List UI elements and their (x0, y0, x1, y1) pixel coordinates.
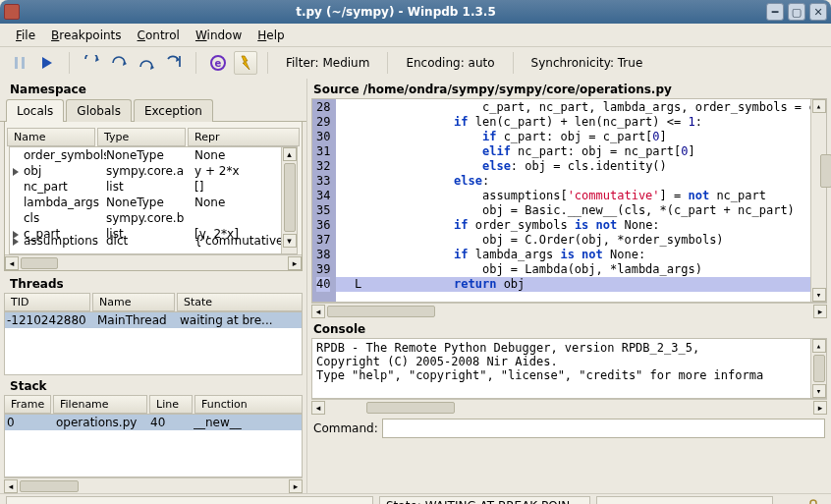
svg-marker-2 (42, 57, 52, 69)
command-input[interactable] (382, 419, 825, 438)
synchronicity-label[interactable]: Synchronicity: True (524, 56, 651, 70)
namespace-vscroll[interactable]: ▴ ▾ (281, 147, 297, 253)
scroll-right-icon[interactable]: ▸ (813, 401, 827, 415)
col-repr[interactable]: Repr (188, 128, 300, 146)
close-button[interactable]: ✕ (809, 3, 827, 21)
filter-label[interactable]: Filter: Medium (278, 56, 377, 70)
col-line[interactable]: Line (149, 395, 193, 414)
col-name[interactable]: Name (7, 128, 95, 146)
toolbar: e Filter: Medium Encoding: auto Synchron… (0, 47, 831, 79)
encoding-label[interactable]: Encoding: auto (398, 56, 502, 70)
source-vscroll[interactable]: ▴ ▾ (810, 99, 826, 302)
step-into-button[interactable] (80, 51, 103, 75)
tab-exception[interactable]: Exception (134, 99, 213, 122)
namespace-title: Namespace (0, 79, 306, 98)
col-type[interactable]: Type (97, 128, 186, 146)
exception-button[interactable]: e (206, 51, 230, 75)
source-code[interactable]: c_part, nc_part, lambda_args, order_symb… (336, 99, 826, 302)
thread-row[interactable]: -1210242880 MainThread waiting at bre... (5, 312, 302, 328)
menu-bar: File Breakpoints Control Window Help (0, 24, 831, 47)
stack-row[interactable]: 0 operations.py 40 __new__ (5, 415, 302, 430)
namespace-tabs: Locals Globals Exception (0, 98, 306, 122)
status-blank2 (596, 496, 773, 504)
source-gutter: 28293031323334353637383940 (312, 99, 336, 302)
scroll-up-icon[interactable]: ▴ (812, 99, 826, 113)
col-filename[interactable]: Filename (53, 395, 147, 414)
namespace-row[interactable]: assumptionsdict{'commutative' (10, 233, 297, 249)
col-tid[interactable]: TID (4, 293, 90, 311)
svg-rect-0 (15, 57, 18, 69)
namespace-hscroll[interactable]: ◂ ▸ (5, 254, 302, 270)
col-thread-name[interactable]: Name (92, 293, 175, 311)
window-title: t.py (~/sympy) - Winpdb 1.3.5 (26, 5, 766, 19)
step-over-button[interactable] (107, 51, 131, 75)
source-hscroll[interactable]: ◂ ▸ (311, 303, 827, 318)
scroll-up-icon[interactable]: ▴ (283, 147, 297, 161)
col-thread-state[interactable]: State (177, 293, 303, 311)
scroll-left-icon[interactable]: ◂ (311, 401, 325, 415)
menu-control[interactable]: Control (130, 27, 188, 44)
col-frame[interactable]: Frame (4, 395, 51, 414)
stack-list[interactable]: 0 operations.py 40 __new__ (4, 414, 303, 477)
namespace-row[interactable]: lambda_argsNoneTypeNone (10, 195, 297, 210)
step-out-button[interactable] (135, 51, 158, 75)
namespace-row[interactable]: order_symbolsNoneTypeNone (10, 147, 297, 163)
tab-locals[interactable]: Locals (6, 99, 64, 122)
status-bar: State: WAITING AT BREAK POIN (0, 493, 831, 504)
scroll-down-icon[interactable]: ▾ (812, 288, 826, 302)
go-button[interactable] (35, 51, 59, 75)
scroll-up-icon[interactable]: ▴ (812, 339, 826, 353)
scroll-left-icon[interactable]: ◂ (5, 256, 19, 270)
console-hscroll[interactable]: ◂ ▸ (311, 399, 827, 415)
menu-help[interactable]: Help (249, 27, 292, 44)
scroll-right-icon[interactable]: ▸ (813, 305, 827, 318)
run-to-line-button[interactable] (162, 51, 186, 75)
stack-title: Stack (0, 375, 306, 395)
svg-rect-1 (22, 57, 25, 69)
scroll-down-icon[interactable]: ▾ (283, 234, 297, 248)
scroll-down-icon[interactable]: ▾ (812, 384, 826, 398)
source-view[interactable]: 28293031323334353637383940 c_part, nc_pa… (311, 98, 827, 303)
namespace-row[interactable]: clssympy.core.b (10, 210, 297, 226)
maximize-button[interactable]: ▢ (788, 3, 805, 21)
console-vscroll[interactable]: ▴ ▾ (810, 339, 826, 398)
app-icon (4, 4, 20, 20)
pause-button[interactable] (8, 51, 31, 75)
scroll-right-icon[interactable]: ▸ (289, 479, 303, 493)
command-label: Command: (313, 421, 378, 435)
console-output[interactable]: RPDB - The Remote Python Debugger, versi… (311, 338, 827, 399)
tab-globals[interactable]: Globals (66, 99, 132, 122)
threads-title: Threads (0, 273, 306, 293)
break-button[interactable] (234, 51, 257, 75)
scroll-right-icon[interactable]: ▸ (288, 256, 302, 270)
menu-file[interactable]: File (8, 27, 43, 44)
titlebar: t.py (~/sympy) - Winpdb 1.3.5 ━ ▢ ✕ (0, 0, 831, 24)
status-blank (6, 496, 373, 504)
console-title: Console (307, 318, 831, 338)
namespace-row[interactable]: objsympy.core.ay + 2*x (10, 163, 297, 179)
svg-marker-10 (242, 56, 249, 70)
minimize-button[interactable]: ━ (766, 3, 784, 21)
namespace-list[interactable]: order_symbolsNoneTypeNoneobjsympy.core.a… (9, 146, 298, 254)
status-state waiting
  : State: WAITING AT BREAK POIN (379, 496, 590, 504)
scroll-left-icon[interactable]: ◂ (311, 305, 325, 318)
stack-hscroll[interactable]: ◂ ▸ (4, 477, 303, 493)
source-header: Source /home/ondra/sympy/sympy/core/oper… (307, 79, 831, 98)
namespace-row[interactable]: nc_partlist[] (10, 179, 297, 195)
threads-list[interactable]: -1210242880 MainThread waiting at bre... (4, 311, 303, 375)
menu-breakpoints[interactable]: Breakpoints (43, 27, 129, 44)
col-function[interactable]: Function (194, 395, 303, 414)
svg-text:e: e (215, 58, 222, 69)
lock-icon (805, 498, 821, 504)
menu-window[interactable]: Window (188, 27, 249, 44)
scroll-left-icon[interactable]: ◂ (4, 479, 18, 493)
